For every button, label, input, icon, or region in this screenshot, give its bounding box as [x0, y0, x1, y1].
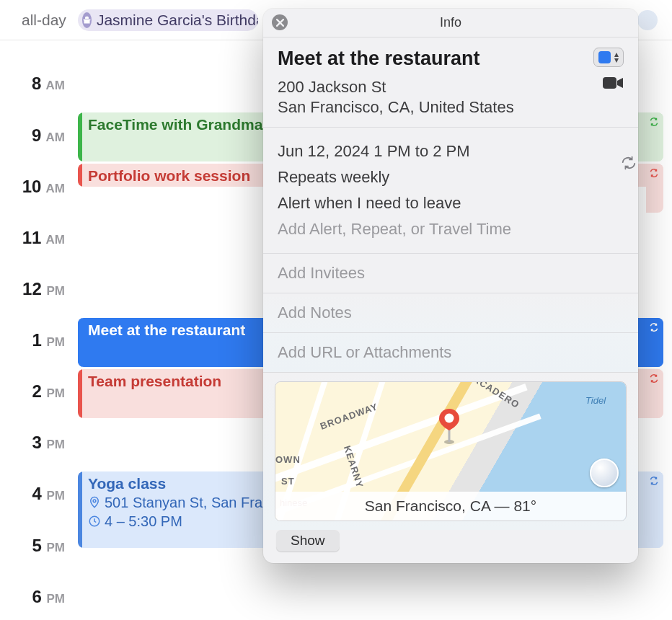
hour-label: 2 PM — [0, 381, 72, 402]
event-edge — [646, 471, 663, 548]
event-time: 4 – 5:30 PM — [105, 512, 182, 531]
event-datetime[interactable]: Jun 12, 2024 1 PM to 2 PM — [278, 139, 624, 164]
hour-label: 1 PM — [0, 330, 72, 350]
repeat-icon — [649, 168, 659, 178]
svg-point-5 — [445, 414, 454, 423]
hour-label: 12 PM — [0, 279, 72, 299]
event-color-bar — [78, 471, 82, 548]
water-label: Tidel — [585, 395, 606, 406]
chevron-up-down-icon: ▴▾ — [614, 52, 619, 62]
map-preview[interactable]: BROADWAY RCADERO KEARNY ST OWN Tidel hin… — [275, 381, 627, 521]
video-camera-icon[interactable] — [602, 74, 624, 94]
repeat-icon — [621, 155, 637, 175]
close-button[interactable] — [272, 14, 288, 30]
add-alert-repeat-travel[interactable]: Add Alert, Repeat, or Travel Time — [278, 217, 624, 242]
event-title-input[interactable]: Meet at the restaurant — [278, 48, 585, 70]
popover-map-section: BROADWAY RCADERO KEARNY ST OWN Tidel hin… — [263, 373, 638, 530]
hour-label: 8 AM — [0, 74, 72, 94]
hour-label: 6 PM — [0, 587, 72, 607]
map-pin-icon — [436, 407, 463, 448]
hour-label: 9 AM — [0, 125, 72, 146]
svg-point-0 — [93, 500, 96, 502]
time-labels-column: 8 AM9 AM10 AM11 AM12 PM1 PM2 PM3 PM4 PM5… — [0, 40, 72, 620]
event-address-line2[interactable]: San Francisco, CA, United States — [278, 97, 585, 118]
popover-titlebar: Info — [263, 9, 638, 37]
color-swatch — [598, 51, 611, 63]
repeat-icon — [649, 117, 659, 127]
event-edge — [646, 112, 663, 161]
street-label: ST — [281, 476, 295, 487]
hour-label: 4 PM — [0, 484, 72, 504]
show-button[interactable]: Show — [276, 530, 340, 552]
street-label: OWN — [275, 454, 301, 465]
popover-title: Info — [440, 15, 461, 30]
event-color-bar — [78, 112, 82, 161]
gift-icon — [82, 12, 92, 28]
hour-label: 5 PM — [0, 536, 72, 556]
clock-icon — [88, 515, 101, 528]
event-color-bar — [78, 164, 82, 187]
hour-label: 10 AM — [0, 177, 72, 197]
popover-datetime-section: Jun 12, 2024 1 PM to 2 PM Repeats weekly… — [263, 128, 638, 254]
add-notes[interactable]: Add Notes — [263, 293, 638, 333]
event-edge — [646, 164, 663, 213]
all-day-pill-edge — [637, 10, 658, 30]
repeat-icon — [649, 322, 659, 332]
event-color-bar — [78, 369, 82, 418]
hour-label: 11 AM — [0, 228, 72, 248]
hour-label: 3 PM — [0, 433, 72, 453]
event-edge — [646, 318, 663, 367]
close-icon — [276, 19, 284, 27]
location-pin-icon — [88, 496, 101, 509]
svg-rect-2 — [603, 77, 616, 89]
event-edge — [646, 369, 663, 418]
popover-header: Meet at the restaurant 200 Jackson St Sa… — [263, 37, 638, 128]
map-weather-footer: San Francisco, CA — 81° — [275, 492, 626, 521]
event-info-popover: Info Meet at the restaurant 200 Jackson … — [263, 9, 638, 563]
all-day-event-pill[interactable]: Jasmine Garcia's Birthday — [78, 9, 258, 31]
event-color-bar — [78, 318, 82, 367]
all-day-label: all-day — [22, 12, 66, 29]
repeat-icon — [649, 476, 659, 486]
all-day-event-title: Jasmine Garcia's Birthday — [97, 12, 258, 29]
add-url-attachments[interactable]: Add URL or Attachments — [263, 333, 638, 373]
calendar-color-picker[interactable]: ▴▾ — [593, 48, 624, 67]
event-address-line1[interactable]: 200 Jackson St — [278, 77, 585, 97]
add-invitees[interactable]: Add Invitees — [263, 254, 638, 293]
event-repeat[interactable]: Repeats weekly — [278, 165, 624, 190]
event-alert[interactable]: Alert when I need to leave — [278, 191, 624, 216]
repeat-icon — [649, 373, 659, 384]
